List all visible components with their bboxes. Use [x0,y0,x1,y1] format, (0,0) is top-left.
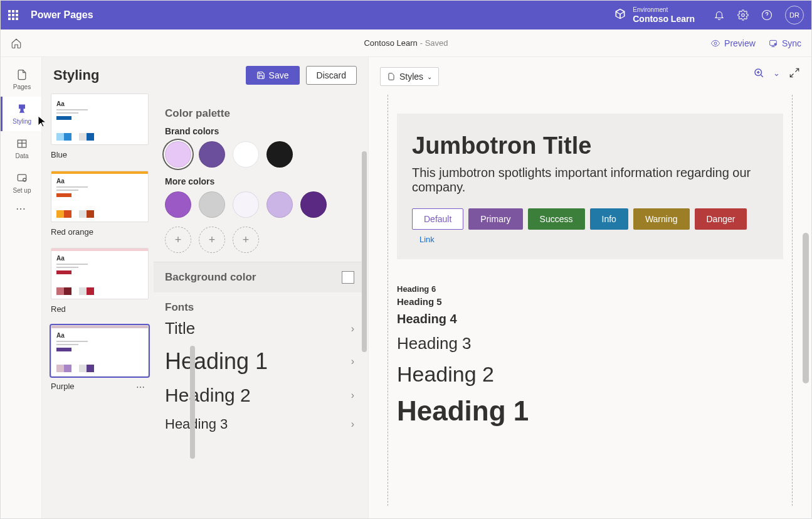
svg-point-0 [742,14,745,17]
environment-icon [614,8,626,22]
notifications-icon[interactable] [714,9,725,21]
brush-icon [16,103,28,115]
preview-h1: Heading 1 [397,395,783,427]
chevron-right-icon: › [351,419,354,430]
save-button[interactable]: Save [246,66,300,85]
btn-primary[interactable]: Primary [468,208,522,230]
chevron-down-icon[interactable]: ⌄ [773,68,780,78]
chevron-down-icon: ⌄ [427,73,432,80]
preview-h4: Heading 4 [397,312,783,326]
jumbotron-text: This jumbotron spotlights important info… [412,166,768,195]
theme-card[interactable]: Aa Blue [51,94,149,159]
headings-list: Heading 6 Heading 5 Heading 4 Heading 3 … [397,284,783,427]
settings-icon[interactable] [737,9,749,21]
nav-more[interactable]: ⋯ [16,203,27,215]
app-launcher-icon[interactable] [8,10,18,20]
top-bar: Power Pages Environment Contoso Learn DR [1,1,811,29]
svg-point-2 [714,42,717,45]
chevron-right-icon: › [351,390,354,401]
btn-info[interactable]: Info [590,208,628,230]
brand-swatch-row [165,141,354,168]
save-icon [256,71,265,80]
color-swatch[interactable] [266,141,293,168]
btn-default[interactable]: Default [412,208,463,230]
color-swatch[interactable] [165,191,191,218]
background-swatch[interactable] [342,271,354,284]
table-icon [16,137,28,150]
chevron-right-icon: › [351,323,354,334]
color-swatch[interactable] [199,191,225,218]
setup-icon [16,172,28,185]
theme-card[interactable]: Aa Red [51,248,149,314]
config-column: Color palette Brand colors More colors +… [154,94,368,518]
theme-more-icon[interactable]: ⋯ [136,382,146,392]
document-title: Contoso Learn [364,38,417,48]
zoom-icon[interactable] [753,67,764,78]
font-title-row[interactable]: Title › [165,314,354,343]
more-swatch-row [165,191,354,218]
left-nav-rail: Pages Styling Data Set up ⋯ [1,57,42,518]
scrollbar[interactable] [362,151,367,352]
nav-pages[interactable]: Pages [1,62,41,97]
discard-button[interactable]: Discard [306,66,357,85]
home-icon[interactable] [11,38,22,49]
svg-point-4 [774,43,776,45]
theme-list: Aa Blue Aa Red orange Aa Red [42,94,154,518]
theme-name: Red [51,304,149,314]
scrollbar[interactable] [190,346,195,459]
color-swatch[interactable] [199,141,225,168]
btn-warning[interactable]: Warning [633,208,690,230]
jumbotron: Jumbotron Title This jumbotron spotlight… [397,114,783,259]
document-status: - Saved [420,38,448,48]
sync-button[interactable]: Sync [768,38,801,48]
color-swatch[interactable] [165,141,191,168]
more-colors-heading: More colors [165,176,354,186]
add-swatch-row: + + + [165,227,354,253]
add-color-button[interactable]: + [165,227,191,253]
brand-colors-heading: Brand colors [165,126,354,136]
btn-success[interactable]: Success [528,208,585,230]
page-icon [387,72,396,81]
expand-icon[interactable] [789,67,800,78]
panel-title: Styling [53,67,99,83]
fonts-heading: Fonts [165,301,194,314]
preview-h3: Heading 3 [397,334,783,353]
theme-card[interactable]: Aa Purple ⋯ [51,325,149,391]
btn-danger[interactable]: Danger [695,208,747,230]
command-bar: Contoso Learn - Saved Preview Sync [1,29,811,57]
preview-h6: Heading 6 [397,284,783,294]
environment-picker[interactable]: Environment Contoso Learn [614,6,695,24]
color-swatch[interactable] [233,141,259,168]
preview-button[interactable]: Preview [710,38,756,48]
eye-icon [710,38,720,48]
theme-card[interactable]: Aa Red orange [51,171,149,237]
preview-link[interactable]: Link [419,235,435,244]
scrollbar[interactable] [803,233,809,383]
add-color-button[interactable]: + [233,227,259,253]
sync-icon [768,38,778,48]
preview-h5: Heading 5 [397,296,783,307]
chevron-right-icon: › [351,356,354,367]
page-icon [16,68,28,81]
preview-h2: Heading 2 [397,362,783,387]
help-icon[interactable] [761,9,772,21]
color-swatch[interactable] [266,191,293,218]
preview-area: Styles ⌄ ⌄ Jumbotron Title This jumbotro… [368,57,811,518]
color-swatch[interactable] [300,191,327,218]
theme-name: Red orange [51,227,149,237]
environment-label: Environment [633,6,695,14]
color-palette-heading: Color palette [165,107,354,120]
nav-styling[interactable]: Styling [1,97,41,131]
styles-dropdown[interactable]: Styles ⌄ [380,67,439,86]
theme-name: Blue [51,150,149,159]
user-avatar[interactable]: DR [785,6,804,24]
svg-rect-6 [18,174,26,181]
add-color-button[interactable]: + [199,227,225,253]
color-swatch[interactable] [233,191,259,218]
nav-data[interactable]: Data [1,131,41,166]
environment-name: Contoso Learn [633,14,695,24]
theme-name: Purple [51,382,149,391]
styling-panel: Styling Save Discard Aa [42,57,368,518]
background-color-row[interactable]: Background color [154,262,366,292]
nav-setup[interactable]: Set up [1,166,41,200]
